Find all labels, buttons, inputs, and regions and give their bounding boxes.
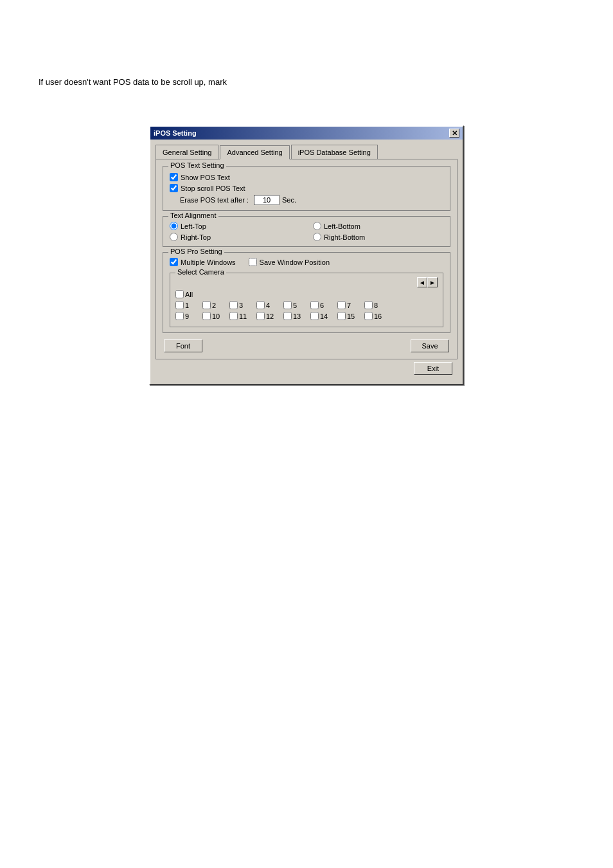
camera-2-item: 2 xyxy=(202,301,222,309)
camera-15-label: 15 xyxy=(347,312,355,320)
intro-text: If user doesn't want POS data to be scro… xyxy=(39,77,574,87)
tab-advanced[interactable]: Advanced Setting xyxy=(220,145,289,159)
multiple-windows-row: Multiple Windows xyxy=(170,258,236,266)
camera-10-item: 10 xyxy=(202,312,222,320)
right-bottom-radio[interactable] xyxy=(313,233,321,241)
camera-6-label: 6 xyxy=(320,302,324,309)
camera-8-item: 8 xyxy=(364,301,384,309)
left-top-label: Left-Top xyxy=(181,222,206,230)
multiple-windows-checkbox[interactable] xyxy=(170,258,178,266)
camera-1-label: 1 xyxy=(185,302,189,309)
text-alignment-group: Text Alignment Left-Top Left-Bottom xyxy=(163,216,450,247)
camera-15-item: 15 xyxy=(337,312,357,320)
camera-7-item: 7 xyxy=(337,301,357,309)
save-window-pos-label: Save Window Position xyxy=(260,258,330,266)
erase-label: Erase POS text after : xyxy=(180,196,249,204)
alignment-grid: Left-Top Left-Bottom Right-Top xyxy=(170,222,443,241)
close-button[interactable]: ✕ xyxy=(449,129,459,138)
camera-all-checkbox[interactable] xyxy=(175,290,184,298)
camera-7-checkbox[interactable] xyxy=(337,301,346,309)
camera-11-item: 11 xyxy=(229,312,249,320)
pos-text-setting-group: POS Text Setting Show POS Text Stop scro… xyxy=(163,166,450,211)
right-bottom-row: Right-Bottom xyxy=(313,233,443,241)
camera-11-checkbox[interactable] xyxy=(229,312,238,320)
camera-5-item: 5 xyxy=(283,301,303,309)
camera-13-checkbox[interactable] xyxy=(283,312,292,320)
camera-5-label: 5 xyxy=(293,302,297,309)
camera-3-item: 3 xyxy=(229,301,249,309)
stop-scroll-label: Stop scroll POS Text xyxy=(181,185,245,192)
camera-16-label: 16 xyxy=(374,312,382,320)
camera-12-label: 12 xyxy=(266,312,274,320)
save-window-pos-row: Save Window Position xyxy=(249,258,330,266)
save-button[interactable]: Save xyxy=(411,339,449,352)
camera-row-9-16: 9 10 11 xyxy=(175,312,438,320)
camera-7-label: 7 xyxy=(347,302,351,309)
select-camera-label: Select Camera xyxy=(175,268,226,276)
save-window-pos-checkbox[interactable] xyxy=(249,258,257,266)
camera-nav-left[interactable]: ◄ xyxy=(417,277,427,287)
camera-6-item: 6 xyxy=(310,301,330,309)
show-pos-text-label: Show POS Text xyxy=(181,174,230,181)
ipos-setting-dialog: iPOS Setting ✕ General Setting Advanced … xyxy=(149,125,464,385)
camera-all-label: All xyxy=(185,291,193,298)
camera-11-label: 11 xyxy=(239,312,247,320)
camera-4-checkbox[interactable] xyxy=(256,301,265,309)
left-bottom-radio[interactable] xyxy=(313,222,321,230)
camera-16-checkbox[interactable] xyxy=(364,312,373,320)
camera-1-item: 1 xyxy=(175,301,195,309)
camera-9-label: 9 xyxy=(185,312,189,320)
right-top-row: Right-Top xyxy=(170,233,300,241)
camera-8-checkbox[interactable] xyxy=(364,301,373,309)
camera-nav-right[interactable]: ► xyxy=(427,277,438,287)
camera-13-item: 13 xyxy=(283,312,303,320)
camera-12-item: 12 xyxy=(256,312,276,320)
dialog-titlebar: iPOS Setting ✕ xyxy=(150,127,463,140)
stop-scroll-row: Stop scroll POS Text xyxy=(170,184,443,192)
camera-all-checkbox-item: All xyxy=(175,290,195,298)
camera-5-checkbox[interactable] xyxy=(283,301,292,309)
tab-content-advanced: POS Text Setting Show POS Text Stop scro… xyxy=(155,159,458,359)
camera-2-label: 2 xyxy=(212,302,216,309)
left-bottom-label: Left-Bottom xyxy=(324,222,360,230)
camera-12-checkbox[interactable] xyxy=(256,312,265,320)
camera-3-checkbox[interactable] xyxy=(229,301,238,309)
camera-15-checkbox[interactable] xyxy=(337,312,346,320)
bottom-buttons: Font Save xyxy=(163,339,450,352)
camera-10-checkbox[interactable] xyxy=(202,312,211,320)
camera-14-item: 14 xyxy=(310,312,330,320)
dialog-title: iPOS Setting xyxy=(154,129,197,137)
camera-3-label: 3 xyxy=(239,302,243,309)
camera-6-checkbox[interactable] xyxy=(310,301,319,309)
camera-2-checkbox[interactable] xyxy=(202,301,211,309)
dialog-body: General Setting Advanced Setting iPOS Da… xyxy=(150,140,463,384)
camera-16-item: 16 xyxy=(364,312,384,320)
right-top-label: Right-Top xyxy=(181,233,211,241)
tab-general[interactable]: General Setting xyxy=(155,145,218,159)
camera-4-label: 4 xyxy=(266,302,270,309)
tab-ipos-database[interactable]: iPOS Database Setting xyxy=(291,145,378,159)
multiple-windows-label: Multiple Windows xyxy=(181,258,236,266)
camera-8-label: 8 xyxy=(374,302,378,309)
camera-14-checkbox[interactable] xyxy=(310,312,319,320)
close-icon: ✕ xyxy=(452,129,458,138)
erase-row: Erase POS text after : Sec. xyxy=(180,195,443,205)
camera-10-label: 10 xyxy=(212,312,220,320)
show-pos-text-row: Show POS Text xyxy=(170,173,443,181)
camera-all-row: All xyxy=(175,290,438,298)
exit-button[interactable]: Exit xyxy=(414,362,452,375)
pos-pro-row: Multiple Windows Save Window Position xyxy=(170,258,443,269)
sec-label: Sec. xyxy=(282,196,296,204)
left-bottom-row: Left-Bottom xyxy=(313,222,443,230)
stop-scroll-checkbox[interactable] xyxy=(170,184,178,192)
pos-pro-setting-group: POS Pro Setting Multiple Windows Save Wi… xyxy=(163,252,450,333)
camera-1-checkbox[interactable] xyxy=(175,301,184,309)
select-camera-group: Select Camera ◄ ► All xyxy=(170,273,443,327)
camera-row-1-8: 1 2 3 xyxy=(175,301,438,309)
camera-9-checkbox[interactable] xyxy=(175,312,184,320)
font-button[interactable]: Font xyxy=(164,339,202,352)
erase-value-input[interactable] xyxy=(254,195,280,205)
right-top-radio[interactable] xyxy=(170,233,178,241)
show-pos-text-checkbox[interactable] xyxy=(170,173,178,181)
left-top-radio[interactable] xyxy=(170,222,178,230)
